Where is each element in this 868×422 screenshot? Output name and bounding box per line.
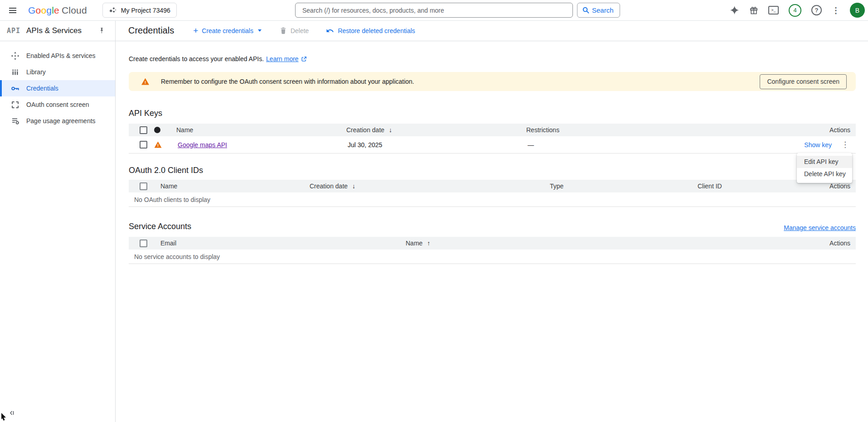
sidebar-item-label: Credentials	[26, 85, 58, 92]
service-accounts-empty-state: No service accounts to display	[129, 249, 856, 264]
sidebar-item-label: Page usage agreements	[26, 117, 96, 125]
top-bar: Google Cloud My Project 73496 Search >_ …	[0, 0, 868, 21]
column-name: Name	[176, 126, 346, 134]
select-all-checkbox[interactable]	[140, 126, 147, 134]
api-keys-table: Name Creation date↓ Restrictions Actions…	[129, 124, 856, 153]
search-input[interactable]	[295, 3, 573, 18]
sort-desc-icon: ↓	[389, 126, 392, 134]
oauth-consent-icon	[11, 101, 19, 108]
configure-consent-screen-button[interactable]: Configure consent screen	[760, 74, 847, 89]
page-usage-icon	[11, 117, 19, 125]
service-accounts-table: Email Name↑ Actions No service accounts …	[129, 237, 856, 264]
notification-count-badge[interactable]: 4	[789, 4, 801, 17]
cloud-shell-icon[interactable]: >_	[768, 6, 779, 14]
api-key-context-menu: Edit API key Delete API key	[797, 153, 852, 183]
api-key-row: Google maps API Jul 30, 2025 — Show key …	[129, 136, 856, 153]
row-more-vert-icon[interactable]: ⋮	[840, 141, 850, 149]
api-key-creation-date: Jul 30, 2025	[348, 141, 528, 149]
learn-more-link[interactable]: Learn more	[266, 55, 299, 62]
manage-service-accounts-link[interactable]: Manage service accounts	[784, 224, 856, 231]
sidebar-item-library[interactable]: Library	[0, 64, 115, 80]
project-name: My Project 73496	[121, 7, 170, 14]
column-email: Email	[160, 240, 406, 247]
intro-text: Create credentials to access your enable…	[129, 55, 264, 62]
oauth-empty-state: No OAuth clients to display	[129, 192, 856, 207]
hamburger-menu-icon[interactable]	[7, 5, 18, 16]
pin-icon[interactable]	[98, 27, 105, 34]
search-button[interactable]: Search	[577, 3, 620, 18]
sort-desc-icon: ↓	[352, 182, 355, 190]
warning-icon	[154, 142, 162, 148]
api-key-restrictions: —	[528, 141, 534, 149]
column-creation-date[interactable]: Creation date↓	[346, 126, 526, 134]
chevron-down-icon	[258, 29, 262, 32]
api-key-name-link[interactable]: Google maps API	[178, 141, 348, 149]
trash-icon	[280, 27, 287, 34]
service-accounts-title: Service Accounts	[129, 221, 191, 231]
oauth-header-row: Name Creation date↓ Type Client ID Actio…	[129, 180, 856, 192]
page-title: Credentials	[128, 25, 174, 36]
sort-asc-icon: ↑	[427, 240, 430, 247]
plus-icon: +	[193, 26, 198, 35]
sidebar-item-credentials[interactable]: Credentials	[0, 80, 115, 96]
column-name: Name	[160, 182, 310, 190]
create-credentials-button[interactable]: + Create credentials	[193, 26, 262, 35]
oauth-warning-banner: Remember to configure the OAuth consent …	[129, 72, 856, 91]
project-selector-button[interactable]: My Project 73496	[102, 3, 177, 18]
gemini-sparkle-icon[interactable]	[730, 5, 739, 15]
undo-arrow-icon	[326, 27, 334, 35]
oauth-clients-table: Name Creation date↓ Type Client ID Actio…	[129, 180, 856, 207]
sidebar-item-label: Enabled APIs & services	[26, 52, 96, 59]
google-cloud-logo[interactable]: Google Cloud	[28, 5, 87, 16]
library-icon	[11, 68, 19, 76]
warning-icon	[141, 78, 149, 85]
sidebar-nav: Enabled APIs & services Library Credenti…	[0, 48, 115, 129]
column-type: Type	[550, 182, 698, 190]
help-icon[interactable]: ?	[811, 5, 822, 15]
menu-item-edit-api-key[interactable]: Edit API key	[797, 156, 852, 168]
column-restrictions: Restrictions	[526, 126, 559, 134]
restore-deleted-credentials-button[interactable]: Restore deleted credentials	[326, 27, 415, 35]
collapse-panel-icon[interactable]	[8, 409, 15, 417]
column-name[interactable]: Name↑	[406, 240, 829, 247]
select-all-checkbox[interactable]	[140, 182, 147, 190]
banner-text: Remember to configure the OAuth consent …	[161, 78, 414, 85]
select-all-checkbox[interactable]	[140, 240, 147, 247]
global-search: Search	[295, 3, 620, 18]
intro-line: Create credentials to access your enable…	[129, 55, 856, 62]
product-title: APIs & Services	[26, 26, 82, 35]
cloud-logo-text: Cloud	[62, 5, 87, 16]
search-button-label: Search	[592, 6, 614, 14]
sidebar-item-label: Library	[26, 68, 46, 76]
gift-icon[interactable]	[749, 6, 758, 15]
column-actions: Actions	[829, 182, 850, 190]
status-dot-icon	[154, 127, 160, 133]
external-link-icon	[301, 56, 307, 62]
delete-button[interactable]: Delete	[280, 27, 309, 34]
column-actions: Actions	[829, 126, 850, 134]
sidebar-item-page-usage[interactable]: Page usage agreements	[0, 113, 115, 129]
avatar[interactable]: B	[850, 3, 865, 18]
row-checkbox[interactable]	[140, 141, 147, 149]
show-key-link[interactable]: Show key	[804, 141, 832, 149]
google-logo-text: Google	[28, 5, 59, 16]
api-product-logo: API	[7, 27, 20, 35]
column-creation-date[interactable]: Creation date↓	[310, 182, 550, 190]
page-header: Credentials + Create credentials Delete …	[116, 20, 868, 41]
menu-item-delete-api-key[interactable]: Delete API key	[797, 168, 852, 180]
key-icon	[11, 84, 19, 93]
column-actions: Actions	[829, 240, 850, 247]
main-content: Create credentials to access your enable…	[116, 41, 868, 422]
more-vert-icon[interactable]: ⋮	[832, 5, 840, 15]
secondary-header: API APIs & Services Credentials + Create…	[0, 20, 868, 41]
project-icon	[109, 6, 116, 14]
sidebar-item-enabled-apis[interactable]: Enabled APIs & services	[0, 48, 115, 64]
enabled-apis-icon	[11, 52, 19, 60]
api-keys-header-row: Name Creation date↓ Restrictions Actions	[129, 124, 856, 136]
sidebar-item-label: OAuth consent screen	[26, 101, 89, 108]
topbar-right-icons: >_ 4 ? ⋮ B	[730, 0, 865, 20]
sidebar-item-oauth-consent[interactable]: OAuth consent screen	[0, 96, 115, 113]
mouse-cursor	[1, 413, 7, 422]
service-accounts-header-row: Email Name↑ Actions	[129, 237, 856, 249]
oauth-clients-title: OAuth 2.0 Client IDs	[129, 165, 856, 175]
